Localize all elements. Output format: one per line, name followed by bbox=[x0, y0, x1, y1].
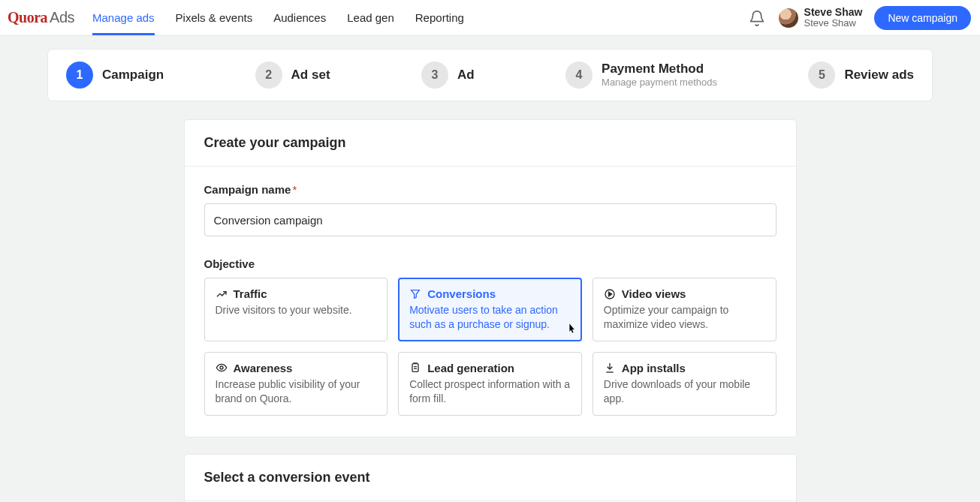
user-sub: Steve Shaw bbox=[804, 18, 863, 29]
objective-desc: Drive visitors to your website. bbox=[216, 303, 377, 317]
nav-label: Audiences bbox=[273, 11, 326, 24]
objective-desc: Motivate users to take an action such as… bbox=[409, 303, 571, 332]
card-title: Select a conversion event bbox=[185, 455, 796, 501]
objective-title: Lead generation bbox=[427, 362, 514, 374]
campaign-name-label: Campaign name* bbox=[204, 183, 776, 196]
objective-traffic[interactable]: Traffic Drive visitors to your website. bbox=[204, 278, 388, 341]
step-label: Campaign bbox=[102, 68, 164, 83]
step-number: 4 bbox=[565, 62, 593, 89]
objective-awareness[interactable]: Awareness Increase public visibility of … bbox=[204, 352, 388, 416]
create-campaign-card: Create your campaign Campaign name* Obje… bbox=[185, 120, 796, 437]
user-menu[interactable]: Steve Shaw Steve Shaw bbox=[779, 6, 863, 29]
svg-rect-2 bbox=[412, 364, 418, 372]
required-marker: * bbox=[292, 183, 297, 196]
objective-title: Awareness bbox=[234, 362, 293, 374]
nav-pixels-events[interactable]: Pixels & events bbox=[176, 0, 253, 35]
logo-quora: Quora bbox=[8, 9, 47, 26]
step-number: 2 bbox=[255, 62, 282, 89]
step-sublabel: Manage payment methods bbox=[602, 77, 717, 89]
step-label: Ad set bbox=[291, 68, 330, 83]
user-name: Steve Shaw bbox=[804, 6, 863, 18]
step-number: 1 bbox=[66, 62, 93, 89]
user-names: Steve Shaw Steve Shaw bbox=[804, 6, 863, 29]
objective-lead-gen[interactable]: Lead generation Collect prospect informa… bbox=[398, 352, 582, 416]
card-title: Create your campaign bbox=[185, 120, 796, 167]
step-ad-set[interactable]: 2 Ad set bbox=[255, 62, 330, 89]
objective-title: App installs bbox=[622, 362, 686, 374]
objective-title: Video views bbox=[622, 287, 686, 300]
step-label: Ad bbox=[457, 68, 475, 83]
step-number: 3 bbox=[421, 62, 448, 89]
trend-up-icon bbox=[216, 288, 228, 300]
notifications-icon[interactable] bbox=[749, 10, 765, 26]
page-body: 1 Campaign 2 Ad set 3 Ad 4 Payment Metho… bbox=[0, 36, 980, 502]
objective-app-installs[interactable]: App installs Drive downloads of your mob… bbox=[593, 352, 776, 416]
label-text: Campaign name bbox=[204, 183, 291, 196]
objective-desc: Collect prospect information with a form… bbox=[409, 377, 571, 406]
step-payment[interactable]: 4 Payment Method Manage payment methods bbox=[565, 62, 717, 89]
objective-desc: Increase public visibility of your brand… bbox=[216, 377, 377, 406]
new-campaign-button[interactable]: New campaign bbox=[874, 6, 971, 30]
step-review[interactable]: 5 Review ads bbox=[808, 62, 914, 89]
top-nav: Manage ads Pixels & events Audiences Lea… bbox=[92, 0, 464, 35]
stepper: 1 Campaign 2 Ad set 3 Ad 4 Payment Metho… bbox=[48, 50, 932, 101]
nav-manage-ads[interactable]: Manage ads bbox=[92, 0, 155, 35]
objective-label: Objective bbox=[204, 257, 776, 270]
nav-label: Manage ads bbox=[92, 11, 155, 24]
objective-video-views[interactable]: Video views Optimize your campaign to ma… bbox=[593, 278, 776, 341]
clipboard-icon bbox=[409, 362, 421, 374]
nav-label: Reporting bbox=[415, 11, 464, 24]
logo-ads: Ads bbox=[50, 9, 74, 26]
campaign-name-input[interactable] bbox=[204, 203, 776, 236]
nav-label: Pixels & events bbox=[176, 11, 253, 24]
objective-title: Traffic bbox=[234, 287, 267, 300]
nav-lead-gen[interactable]: Lead gen bbox=[347, 0, 394, 35]
objective-desc: Optimize your campaign to maximize video… bbox=[604, 303, 765, 332]
svg-point-1 bbox=[220, 366, 223, 369]
objective-title: Conversions bbox=[427, 287, 496, 300]
funnel-icon bbox=[409, 288, 421, 300]
objective-conversions[interactable]: Conversions Motivate users to take an ac… bbox=[398, 278, 582, 341]
step-label: Payment Method bbox=[602, 62, 717, 77]
download-icon bbox=[604, 362, 616, 374]
top-bar: Quora Ads Manage ads Pixels & events Aud… bbox=[0, 0, 980, 36]
nav-audiences[interactable]: Audiences bbox=[273, 0, 326, 35]
nav-label: Lead gen bbox=[347, 11, 394, 24]
step-campaign[interactable]: 1 Campaign bbox=[66, 62, 164, 89]
step-number: 5 bbox=[808, 62, 835, 89]
step-ad[interactable]: 3 Ad bbox=[421, 62, 475, 89]
logo[interactable]: Quora Ads bbox=[8, 9, 74, 26]
eye-icon bbox=[216, 362, 228, 374]
conversion-event-card: Select a conversion event Conversion eve… bbox=[185, 455, 796, 502]
objective-grid: Traffic Drive visitors to your website. … bbox=[204, 278, 776, 416]
play-circle-icon bbox=[604, 288, 616, 300]
objective-desc: Drive downloads of your mobile app. bbox=[604, 377, 765, 406]
step-label: Review ads bbox=[844, 68, 914, 83]
nav-reporting[interactable]: Reporting bbox=[415, 0, 464, 35]
avatar bbox=[779, 8, 798, 28]
